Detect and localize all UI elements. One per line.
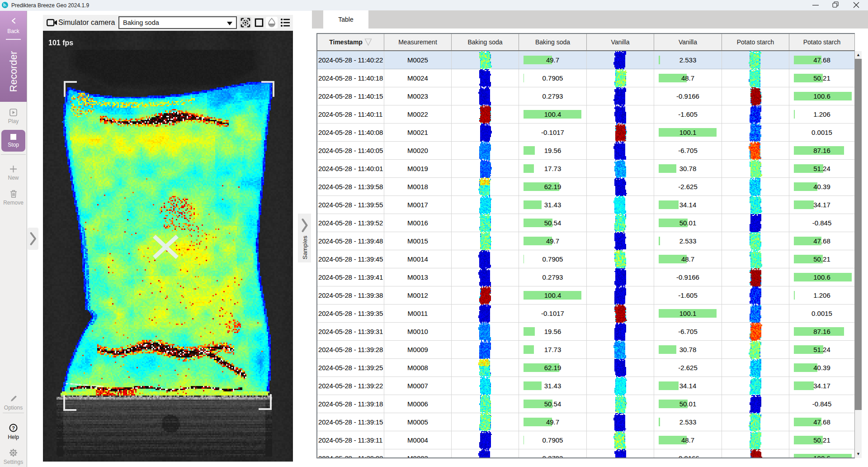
svg-text:?: ? — [12, 425, 15, 431]
